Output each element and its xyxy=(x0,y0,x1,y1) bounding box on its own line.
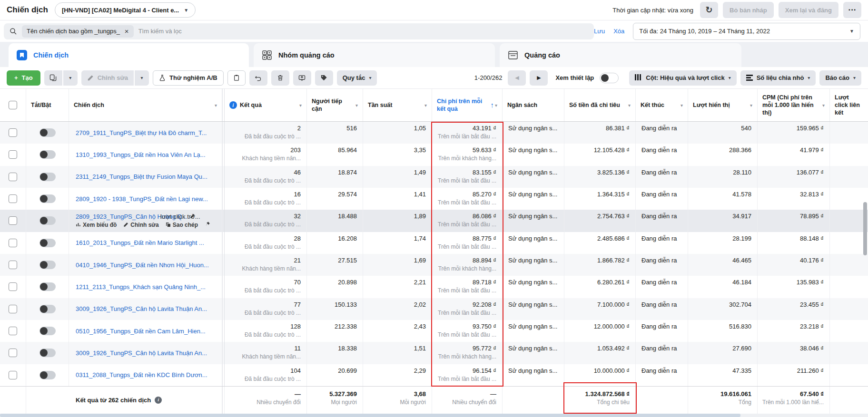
account-selector-label: [HN-VND] [CA02] MeDigital 4 - Client e..… xyxy=(62,7,179,14)
edit-button[interactable]: Chỉnh sửa xyxy=(81,70,134,86)
campaign-name-link[interactable]: 0510_1956_Tungps_Đất nền Cam Lâm_Hien... xyxy=(76,328,206,335)
campaign-name-link[interactable]: 3009_1926_TungPS_Căn hộ Lavita Thuận An.… xyxy=(76,305,207,312)
campaign-onoff-toggle[interactable] xyxy=(39,216,56,225)
campaign-onoff-toggle[interactable] xyxy=(39,194,56,203)
header-results[interactable]: iKết quả ▾ xyxy=(225,89,307,121)
prev-page-button[interactable]: ◀ xyxy=(508,70,526,86)
header-reach[interactable]: Người tiếp cận▾ xyxy=(307,89,363,121)
row-checkbox[interactable] xyxy=(9,150,17,159)
reports-button[interactable]: Báo cáo ▾ xyxy=(819,70,861,86)
header-ends[interactable]: Kết thúc▾ xyxy=(636,89,688,121)
campaign-name-cell: 3009_1926_TungPS_Căn hộ Lavita Thuận An.… xyxy=(69,298,222,320)
row-action-view-charts[interactable]: Xem biểu đồ xyxy=(76,222,117,228)
header-impressions[interactable]: Lượt hiển thị▾ xyxy=(688,89,758,121)
campaign-name-link[interactable]: 3009_1926_TungPS_Căn hộ Lavita Thuận An.… xyxy=(76,349,207,357)
header-cpm[interactable]: CPM (Chi phí trên mỗi 1.000 lần hiển thị… xyxy=(758,89,830,121)
select-all-checkbox[interactable] xyxy=(9,101,17,109)
export-button[interactable] xyxy=(293,70,311,86)
rules-button[interactable]: Quy tắc ▾ xyxy=(337,70,377,86)
tab-adsets[interactable]: Nhóm quảng cáo xyxy=(254,43,495,67)
cost-per-result-type: Trên mỗi khách hàng... xyxy=(435,353,496,360)
campaign-name-link[interactable]: 1610_2013_Tungps_Đất nền Mario Starlight… xyxy=(76,239,204,246)
header-link-clicks[interactable]: Lượt click liên kết xyxy=(830,89,868,121)
campaign-name-link[interactable]: 2709_1911_TungPS_Biệt thự Hà Đô charm_T.… xyxy=(76,129,207,136)
footer-frequency-value: 3,68 xyxy=(366,390,426,398)
ads-manager-app: Chiến dịch [HN-VND] [CA02] MeDigital 4 -… xyxy=(0,0,868,417)
tag-button[interactable] xyxy=(315,70,333,86)
campaign-onoff-toggle[interactable] xyxy=(39,128,56,137)
view-setup-toggle[interactable] xyxy=(600,73,619,83)
search-input[interactable]: Tên chiến dịch bao gồm _tungps_ × Tìm ki… xyxy=(4,23,594,39)
flask-icon xyxy=(159,74,166,81)
link-clicks-cell xyxy=(830,122,868,144)
row-checkbox[interactable] xyxy=(9,173,17,181)
cost-per-result-type: Trên mỗi lần bắt đầu ... xyxy=(435,310,496,316)
undo-button[interactable] xyxy=(249,70,267,86)
row-checkbox-cell xyxy=(0,276,26,298)
campaign-onoff-toggle[interactable] xyxy=(39,371,56,379)
row-checkbox[interactable] xyxy=(9,305,17,313)
reach-value: 29.574 xyxy=(310,191,357,198)
header-frequency[interactable]: Tần suất▾ xyxy=(363,89,432,121)
close-icon[interactable]: × xyxy=(125,27,129,35)
row-checkbox[interactable] xyxy=(9,349,17,357)
tab-campaigns[interactable]: Chiến dịch xyxy=(9,43,249,67)
budget-value: Sử dụng ngân s... xyxy=(508,323,559,330)
header-cost-per-result[interactable]: Chi phí trên mỗi kết quả ↑▾ xyxy=(432,89,503,121)
save-filter-link[interactable]: Lưu xyxy=(594,28,605,35)
row-checkbox[interactable] xyxy=(9,216,17,225)
budget-value: Sử dụng ngân s... xyxy=(508,235,559,242)
ab-test-button[interactable]: Thử nghiệm A/B xyxy=(153,70,224,86)
campaign-name-link[interactable]: 2311_2149_Tungps_Biệt thự Fusion Maya Qu… xyxy=(76,173,207,180)
horizontal-scrollbar-thumb[interactable] xyxy=(0,414,740,417)
row-action-duplicate[interactable]: Sao chép xyxy=(166,222,198,228)
refresh-button[interactable]: ↻ xyxy=(700,2,718,18)
row-checkbox[interactable] xyxy=(9,128,17,137)
campaign-onoff-toggle[interactable] xyxy=(39,327,56,335)
campaign-name-link[interactable]: 0311_2088_Tungps_Đất nền KDC Bình Dươn..… xyxy=(76,371,207,378)
campaign-onoff-toggle[interactable] xyxy=(39,282,56,291)
edit-menu-button[interactable]: ▾ xyxy=(135,70,149,86)
paste-button[interactable] xyxy=(227,70,246,86)
more-button[interactable]: ··· xyxy=(843,2,861,18)
frequency-value: 1,49 xyxy=(366,169,426,176)
row-checkbox[interactable] xyxy=(9,327,17,335)
campaign-onoff-toggle[interactable] xyxy=(39,150,56,159)
horizontal-scrollbar-track[interactable] xyxy=(0,414,868,417)
pin-icon[interactable] xyxy=(205,221,210,228)
campaign-name-link[interactable]: 0410_1946_TungPS_Đất nền Nhơn Hội_Huon..… xyxy=(76,262,209,269)
row-checkbox[interactable] xyxy=(9,371,17,379)
campaign-name-link[interactable]: 2809_1920 - 1938_TungPS_Đất nền Lagi new… xyxy=(76,195,208,203)
campaign-onoff-toggle[interactable] xyxy=(39,349,56,357)
clear-filter-link[interactable]: Xóa xyxy=(613,28,624,35)
next-page-button[interactable]: ▶ xyxy=(530,70,548,86)
row-checkbox[interactable] xyxy=(9,261,17,269)
duplicate-menu-button[interactable]: ▾ xyxy=(63,70,78,86)
vertical-scrollbar[interactable] xyxy=(863,202,867,255)
row-checkbox[interactable] xyxy=(9,282,17,291)
delete-button[interactable] xyxy=(271,70,289,86)
tab-ads[interactable]: Quảng cáo xyxy=(500,43,741,67)
campaign-name-link[interactable]: 1310_1993_Tungps_Đất nền Hoa Viên An Lạ.… xyxy=(76,151,206,158)
campaign-onoff-toggle[interactable] xyxy=(39,239,56,247)
row-action-edit[interactable]: Chỉnh sửa xyxy=(123,222,158,228)
filter-chip[interactable]: Tên chiến dịch bao gồm _tungps_ × xyxy=(22,25,134,38)
campaign-onoff-toggle[interactable] xyxy=(39,173,56,181)
row-checkbox[interactable] xyxy=(9,194,17,203)
breakdown-button[interactable]: Số liệu chia nhỏ ▾ xyxy=(740,70,816,86)
row-checkbox[interactable] xyxy=(9,239,17,247)
campaign-onoff-toggle[interactable] xyxy=(39,261,56,269)
review-publish-button[interactable]: Xem lại và đăng xyxy=(779,2,838,18)
header-campaign[interactable]: Chiến dịch▾ xyxy=(69,89,222,121)
create-button[interactable]: + Tạo xyxy=(7,70,40,86)
discard-draft-button[interactable]: Bỏ bản nháp xyxy=(723,2,774,18)
account-selector[interactable]: [HN-VND] [CA02] MeDigital 4 - Client e..… xyxy=(55,2,196,18)
columns-button[interactable]: Cột: Hiệu quả và lượt click ▾ xyxy=(629,70,736,86)
duplicate-button[interactable] xyxy=(44,70,62,86)
campaign-onoff-toggle[interactable] xyxy=(39,305,56,313)
header-budget[interactable]: Ngân sách xyxy=(503,89,564,121)
header-amount-spent[interactable]: Số tiền đã chi tiêu▾ xyxy=(564,89,636,121)
date-range-selector[interactable]: Tối đa: 24 Tháng 10, 2019 – 24 Tháng 11,… xyxy=(633,23,860,40)
search-placeholder: Tìm kiếm và lọc xyxy=(138,28,182,35)
campaign-name-link[interactable]: 1211_2113_Tungps_Khách sạn Quảng Ninh_..… xyxy=(76,283,206,291)
